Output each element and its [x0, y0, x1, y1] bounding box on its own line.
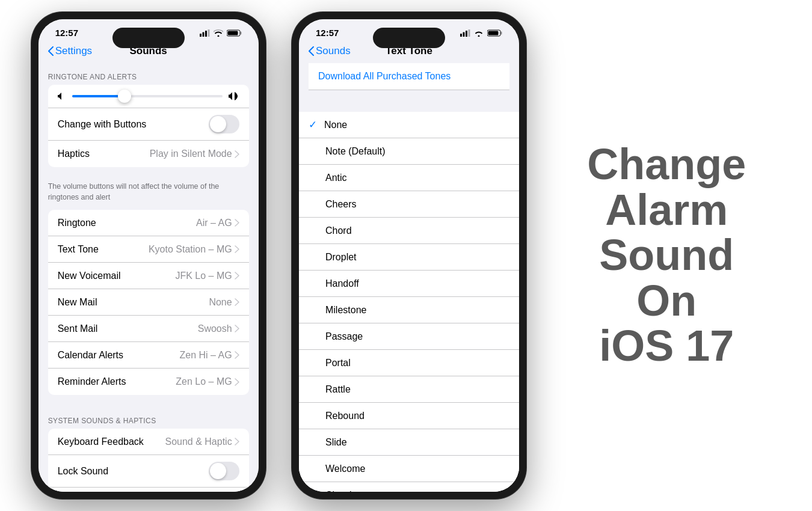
new-mail-row[interactable]: New Mail None [48, 289, 249, 316]
phone1-frame: 12:57 [31, 12, 266, 499]
text-tone-chevron [235, 245, 239, 253]
back-label-2: Sounds [316, 45, 351, 57]
tone-milestone-label: Milestone [325, 305, 509, 316]
calendar-alerts-row[interactable]: Calendar Alerts Zen Hi – AG [48, 342, 249, 369]
tone-cheers-label: Cheers [325, 199, 509, 210]
phone2-frame: 12:57 [292, 12, 526, 499]
tone-none-label: None [324, 120, 509, 130]
tone-slide-label: Slide [325, 437, 509, 448]
status-icons-1 [200, 29, 242, 37]
keyboard-feedback-row[interactable]: Keyboard Feedback Sound & Haptic [48, 429, 249, 455]
status-time-1: 12:57 [55, 28, 78, 38]
volume-slider-fill [72, 95, 125, 97]
haptics-label: Haptics [58, 148, 90, 159]
haptics-row[interactable]: Haptics Play in Silent Mode [48, 141, 249, 167]
tone-antic-label: Antic [325, 173, 509, 183]
volume-slider-thumb[interactable] [118, 90, 131, 103]
heading-text: Change Alarm Sound On iOS 17 [552, 142, 781, 369]
dynamic-island [112, 28, 185, 48]
back-chevron-icon-2 [309, 46, 315, 56]
tone-passage-label: Passage [325, 331, 509, 342]
download-row[interactable]: Download All Purchased Tones [309, 63, 509, 90]
tone-rattle-row[interactable]: Rattle [299, 376, 519, 403]
phone1-screen: 12:57 [38, 19, 259, 492]
system-sounds-group: Keyboard Feedback Sound & Haptic Lock So… [48, 429, 249, 492]
tone-droplet-row[interactable]: Droplet [299, 244, 519, 271]
ringtone-note: The volume buttons will not affect the v… [38, 179, 259, 210]
status-icons-2 [460, 29, 502, 37]
tone-note-row[interactable]: Note (Default) [299, 138, 519, 165]
tone-welcome-row[interactable]: Welcome [299, 456, 519, 482]
svg-rect-1 [202, 32, 204, 37]
back-chevron-icon [48, 46, 54, 56]
svg-rect-6 [227, 31, 238, 35]
ringtone-row[interactable]: Ringtone Air – AG [48, 210, 249, 236]
battery-icon [227, 29, 242, 37]
tone-cheers-row[interactable]: Cheers [299, 191, 519, 218]
svg-rect-10 [468, 29, 470, 37]
reminder-alerts-chevron [235, 378, 239, 386]
phone2-screen: 12:57 [299, 19, 519, 492]
lock-sound-row[interactable]: Lock Sound [48, 455, 249, 488]
tone-rebound-row[interactable]: Rebound [299, 403, 519, 429]
tone-milestone-row[interactable]: Milestone [299, 297, 519, 323]
svg-rect-3 [208, 29, 209, 37]
tone-spacer [299, 90, 519, 112]
change-with-buttons-row[interactable]: Change with Buttons [48, 108, 249, 141]
lock-sound-label: Lock Sound [58, 466, 109, 477]
reminder-alerts-row[interactable]: Reminder Alerts Zen Lo – MG [48, 369, 249, 395]
tone-handoff-row[interactable]: Handoff [299, 271, 519, 297]
back-button-1[interactable]: Settings [48, 45, 92, 57]
new-voicemail-row[interactable]: New Voicemail JFK Lo – MG [48, 263, 249, 289]
system-haptics-row[interactable]: System Haptics [48, 488, 249, 492]
lock-sound-toggle[interactable] [209, 462, 239, 480]
wifi-icon-2 [474, 29, 484, 37]
page-wrapper: 12:57 [0, 0, 812, 511]
svg-rect-8 [463, 32, 464, 37]
haptics-value: Play in Silent Mode [150, 148, 239, 159]
download-group: Download All Purchased Tones [309, 63, 509, 90]
tone-none-row[interactable]: ✓ None [299, 112, 519, 138]
back-button-2[interactable]: Sounds [309, 45, 351, 57]
volume-low-icon [58, 92, 66, 100]
download-link[interactable]: Download All Purchased Tones [318, 71, 451, 81]
heading-line-2: Alarm [605, 188, 728, 233]
heading-line-5: iOS 17 [599, 323, 734, 369]
signal-icon [200, 29, 210, 37]
content-area-1: RINGTONE AND ALERTS [38, 63, 259, 492]
svg-rect-13 [488, 31, 498, 35]
tone-portal-row[interactable]: Portal [299, 350, 519, 376]
toggle-knob-cwb [210, 116, 226, 132]
tone-chord-label: Chord [325, 225, 509, 236]
sounds-list-group: Ringtone Air – AG Text Tone Kyoto Statio… [48, 210, 249, 395]
tone-portal-label: Portal [325, 358, 509, 369]
change-with-buttons-label: Change with Buttons [58, 119, 147, 130]
text-tone-row[interactable]: Text Tone Kyoto Station – MG [48, 236, 249, 263]
svg-rect-5 [240, 31, 241, 34]
change-with-buttons-toggle[interactable] [209, 115, 239, 133]
signal-icon-2 [460, 29, 470, 37]
tone-passage-row[interactable]: Passage [299, 323, 519, 350]
heading-line-1: Change [587, 142, 746, 188]
toggle-knob-ls [210, 463, 226, 479]
heading-line-3: Sound [599, 233, 734, 278]
calendar-alerts-chevron [235, 351, 239, 359]
tone-classic-row[interactable]: Classic [299, 482, 519, 492]
volume-slider-track[interactable] [72, 95, 223, 97]
haptics-chevron-icon [235, 150, 239, 158]
ringtone-chevron [235, 219, 239, 227]
tone-droplet-label: Droplet [325, 252, 509, 263]
tone-classic-label: Classic [325, 490, 505, 492]
tone-slide-row[interactable]: Slide [299, 429, 519, 456]
sent-mail-row[interactable]: Sent Mail Swoosh [48, 316, 249, 342]
svg-rect-2 [205, 31, 207, 37]
ringtone-alerts-group: Change with Buttons Haptics Play in Sile… [48, 85, 249, 167]
content-area-2: Download All Purchased Tones ✓ None Note… [299, 63, 519, 492]
tone-antic-row[interactable]: Antic [299, 165, 519, 191]
section-system-sounds: SYSTEM SOUNDS & HAPTICS [38, 407, 259, 429]
checkmark-none: ✓ [309, 118, 317, 131]
status-time-2: 12:57 [316, 28, 339, 38]
svg-rect-0 [200, 34, 201, 37]
tone-chord-row[interactable]: Chord [299, 218, 519, 244]
tone-rebound-label: Rebound [325, 411, 509, 421]
